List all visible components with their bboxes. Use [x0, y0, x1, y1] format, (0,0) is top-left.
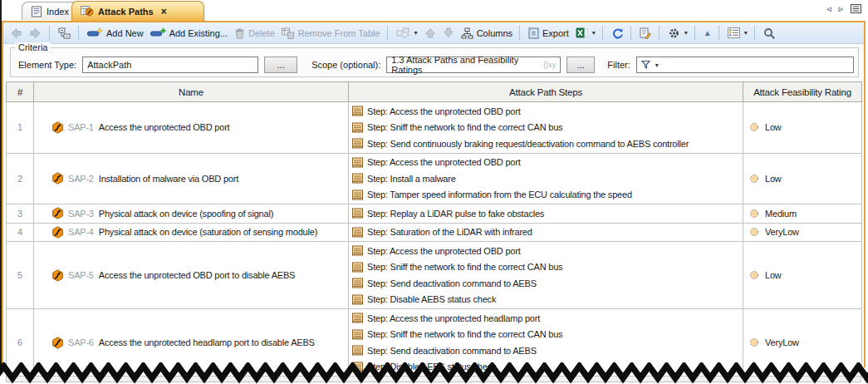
- step-item[interactable]: Step: Disable AEBS status check: [351, 292, 741, 308]
- validation-button[interactable]: [636, 24, 655, 42]
- table-header-row: # Name Attack Path Steps Attack Feasibil…: [7, 82, 862, 102]
- rating-cell[interactable]: Low: [743, 102, 862, 154]
- step-label: Step: Install a malware: [367, 174, 456, 184]
- step-label: Step: Tamper speed information from the …: [367, 190, 632, 199]
- move-up-button[interactable]: [421, 24, 439, 42]
- legend-caret-icon: ▾: [744, 29, 748, 37]
- rating-label: Low: [765, 174, 782, 184]
- columns-button[interactable]: Columns: [458, 24, 516, 42]
- step-item[interactable]: Step: Saturation of the LiDAR with infra…: [351, 224, 741, 241]
- column-header-name[interactable]: Name: [34, 82, 349, 102]
- step-item[interactable]: Step: Send deactivation command to AEBS: [351, 275, 741, 292]
- step-item[interactable]: Step: Sniff the network to find the corr…: [351, 327, 741, 343]
- filter-input[interactable]: ▾: [636, 57, 854, 73]
- add-new-button[interactable]: Add New: [84, 24, 147, 42]
- step-icon: [352, 122, 363, 133]
- scope-input[interactable]: 1.3 Attack Paths and Feasibility Ratings…: [386, 57, 561, 73]
- attack-path-icon: [51, 226, 64, 239]
- element-name: Installation of malware via OBD port: [99, 174, 238, 184]
- name-cell[interactable]: SAP-5Access the unprotected OBD port to …: [34, 242, 349, 309]
- row-number-cell[interactable]: 5: [7, 242, 34, 309]
- filter-funnel-icon[interactable]: [641, 60, 652, 70]
- step-item[interactable]: Step: Replay a LiDAR pulse to fake obsta…: [351, 205, 741, 222]
- excel-icon: [576, 27, 588, 38]
- step-item[interactable]: Step: Install a malware: [351, 170, 741, 187]
- rating-cell[interactable]: VeryLow: [743, 223, 862, 242]
- name-cell[interactable]: SAP-4Physical attack on device (saturati…: [34, 223, 349, 242]
- legend-button[interactable]: ▾: [724, 24, 751, 42]
- rating-cell[interactable]: Medium: [743, 204, 862, 224]
- step-icon: [352, 138, 363, 149]
- forward-button[interactable]: [26, 24, 46, 42]
- attack-path-icon: [51, 172, 64, 185]
- row-number-cell[interactable]: 4: [7, 223, 34, 242]
- table-row: 4SAP-4Physical attack on device (saturat…: [7, 223, 862, 242]
- add-existing-button[interactable]: Add Existing...: [147, 24, 231, 42]
- search-button[interactable]: [760, 24, 779, 42]
- export-button[interactable]: Export: [525, 24, 572, 42]
- steps-cell[interactable]: Step: Access the unprotected OBD portSte…: [349, 242, 743, 309]
- step-item[interactable]: Step: Send continuously braking request/…: [351, 135, 741, 152]
- tab-scroll-next-icon[interactable]: ▹: [838, 3, 843, 14]
- step-icon: [352, 329, 363, 340]
- enum-literal-icon: [749, 337, 759, 347]
- row-number-cell[interactable]: 2: [7, 153, 34, 204]
- collapse-criteria-button[interactable]: ▲: [700, 24, 715, 42]
- delete-button[interactable]: Delete: [231, 24, 278, 42]
- step-item[interactable]: Step: Sniff the network to find the corr…: [351, 120, 741, 136]
- export-label: Export: [542, 28, 569, 38]
- steps-cell[interactable]: Step: Saturation of the LiDAR with infra…: [349, 223, 743, 242]
- steps-cell[interactable]: Step: Access the unprotected OBD portSte…: [349, 102, 743, 154]
- row-number-cell[interactable]: 1: [7, 102, 34, 154]
- step-item[interactable]: Step: Access the unprotected OBD port: [351, 103, 741, 120]
- column-header-number[interactable]: #: [7, 82, 34, 102]
- attack-path-icon: [51, 207, 64, 219]
- tab-list-icon[interactable]: [851, 4, 861, 13]
- move-button[interactable]: ▾: [393, 24, 421, 42]
- tab-close-icon[interactable]: ×: [161, 7, 167, 16]
- move-down-button[interactable]: [439, 24, 458, 42]
- name-cell[interactable]: SAP-3Physical attack on device (spoofing…: [34, 204, 349, 224]
- element-type-input[interactable]: AttackPath: [82, 57, 258, 73]
- steps-cell[interactable]: Step: Access the unprotected OBD portSte…: [349, 153, 743, 204]
- add-new-label: Add New: [106, 28, 144, 38]
- rating-cell[interactable]: Low: [743, 153, 862, 204]
- options-button[interactable]: ▾: [664, 24, 691, 42]
- step-item[interactable]: Step: Access the unprotected headlamp po…: [351, 310, 741, 327]
- enum-literal-icon: [749, 270, 759, 280]
- table-row: 2SAP-2Installation of malware via OBD po…: [7, 153, 862, 204]
- export-excel-button[interactable]: ▾: [572, 24, 599, 42]
- element-name: Physical attack on device (saturation of…: [99, 227, 317, 237]
- remove-from-table-button[interactable]: Remove From Table: [278, 24, 384, 42]
- refresh-button[interactable]: [608, 24, 627, 42]
- select-in-tree-button[interactable]: [55, 24, 75, 42]
- element-name: Physical attack on device (spoofing of s…: [99, 209, 273, 219]
- element-id: SAP-3: [68, 209, 94, 219]
- row-number-cell[interactable]: 3: [7, 204, 34, 224]
- scope-browse-button[interactable]: ...: [566, 57, 595, 73]
- step-item[interactable]: Step: Access the unprotected OBD port: [351, 243, 741, 259]
- element-type-browse-button[interactable]: ...: [264, 57, 297, 73]
- step-item[interactable]: Step: Access the unprotected OBD port: [351, 155, 741, 171]
- name-cell[interactable]: SAP-1Access the unprotected OBD port: [34, 102, 349, 154]
- tab-scroll-prev-icon[interactable]: ◃: [826, 3, 831, 14]
- name-cell[interactable]: SAP-2Installation of malware via OBD por…: [34, 153, 349, 204]
- steps-cell[interactable]: Step: Replay a LiDAR pulse to fake obsta…: [349, 204, 743, 224]
- column-header-steps[interactable]: Attack Path Steps: [349, 82, 743, 102]
- remove-from-table-label: Remove From Table: [298, 28, 380, 38]
- step-item[interactable]: Step: Sniff the network to find the corr…: [351, 259, 741, 276]
- table-row: 1SAP-1Access the unprotected OBD portSte…: [7, 102, 862, 154]
- step-item[interactable]: Step: Send deactivation command to AEBS: [351, 342, 741, 359]
- rating-label: Low: [765, 122, 782, 132]
- step-item[interactable]: Step: Tamper speed information from the …: [351, 187, 741, 204]
- rating-cell[interactable]: Low: [743, 242, 862, 309]
- column-header-rating[interactable]: Attack Feasibility Rating: [743, 82, 862, 102]
- element-id: SAP-2: [68, 174, 94, 184]
- tab-attack-paths[interactable]: Attack Paths ×: [71, 1, 204, 21]
- tab-attack-paths-label: Attack Paths: [98, 7, 154, 17]
- step-icon: [352, 294, 363, 305]
- back-button[interactable]: [6, 24, 26, 42]
- step-icon: [352, 278, 363, 288]
- step-icon: [352, 227, 363, 238]
- step-label: Step: Sniff the network to find the corr…: [367, 262, 562, 272]
